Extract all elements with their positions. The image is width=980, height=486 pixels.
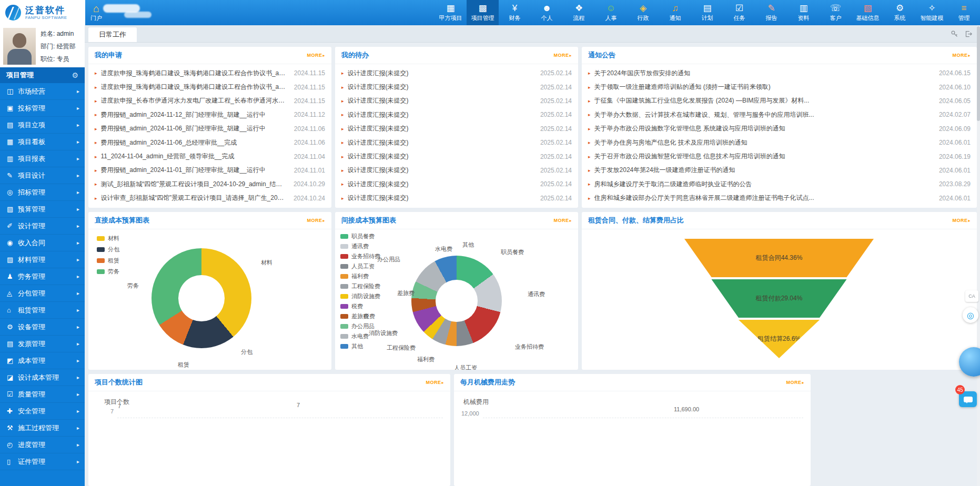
customer-service-chat-button[interactable]: 45 [959, 391, 977, 407]
scrollbar-thumb[interactable] [977, 26, 980, 121]
task-icon: ☑ [735, 3, 743, 14]
nav-item-9[interactable]: ☑任务 [723, 0, 755, 25]
y-axis-title: 机械费用 [463, 398, 489, 407]
nav-item-3[interactable]: ☻个人 [531, 0, 563, 25]
more-link[interactable]: MORE▸ [307, 218, 325, 223]
nav-item-6[interactable]: ◈行政 [627, 0, 659, 25]
list-item[interactable]: ▸设计进度汇报(未提交)2025.02.14 [341, 80, 572, 94]
sidebar-item-15[interactable]: ▤发票管理▸ [0, 336, 85, 352]
sidebar-item-9[interactable]: ◉收入合同▸ [0, 235, 85, 251]
sidebar-item-14[interactable]: ⚙设备管理▸ [0, 319, 85, 336]
sidebar-item-7[interactable]: ▧预算管理▸ [0, 201, 85, 218]
list-item[interactable]: ▸房和城乡建设厅关于取消二级建造师临时执业证书的公告2023.08.29 [588, 177, 971, 191]
list-item[interactable]: ▸进度款申报_珠海鹤港口建设_珠海鹤港口建设工程合作协议书_admin_...2… [95, 66, 325, 80]
more-link[interactable]: MORE▸ [786, 380, 804, 385]
sidebar-item-1[interactable]: ▣投标管理▸ [0, 100, 85, 117]
ca-widget[interactable]: CA [965, 290, 978, 302]
sidebar-item-12[interactable]: ◬分包管理▸ [0, 285, 85, 302]
nav-item-8[interactable]: ▤计划 [691, 0, 723, 25]
sidebar-item-2[interactable]: ▤项目立项▸ [0, 117, 85, 134]
sidebar-item-16[interactable]: ◩成本管理▸ [0, 352, 85, 369]
sidebar-item-21[interactable]: ◴进度管理▸ [0, 437, 85, 453]
list-item[interactable]: ▸设计进度汇报(未提交)2025.02.14 [341, 122, 572, 136]
list-item[interactable]: ▸关于发放2024年第24批一级建造师注册证书的通知2024.06.01 [588, 164, 971, 177]
list-item[interactable]: ▸费用报销_admin_2024-11-12_部门经理审批_胡建__运行中202… [95, 108, 325, 122]
more-link[interactable]: MORE▸ [553, 218, 572, 223]
list-my-todos: ▸设计进度汇报(未提交)2025.02.14▸设计进度汇报(未提交)2025.0… [335, 64, 578, 208]
list-item[interactable]: ▸进度款申报_珠海鹤港口建设_珠海鹤港口建设工程合作协议书_admin_...2… [95, 80, 325, 94]
sidebar-item-5[interactable]: ✎项目设计▸ [0, 167, 85, 184]
key-icon[interactable] [951, 30, 958, 38]
sidebar-item-label: 设计管理 [18, 221, 45, 231]
list-item[interactable]: ▸进度款申报_长春市伊通河水力发电厂改建工程_长春市伊通河水力发电...2024… [95, 94, 325, 108]
nav-item-2[interactable]: ¥财务 [499, 0, 531, 25]
list-item-date: 2023.08.29 [939, 180, 971, 188]
nav-item-12[interactable]: ☏客户 [820, 0, 852, 25]
list-item[interactable]: ▸设计进度汇报(未提交)2025.02.14 [341, 191, 572, 205]
nav-item-14[interactable]: ⚙系统 [884, 0, 916, 25]
scrollbar[interactable] [977, 25, 980, 486]
sidebar-item-4[interactable]: ▥项目报表▸ [0, 150, 85, 167]
user-card: 姓名: admin 部门: 经营部 职位: 专员 [0, 25, 85, 67]
online-service-widget[interactable]: ◎ [963, 307, 978, 323]
list-item[interactable]: ▸11_2024-11-04_admin_经营部_领导审批__完成2024.11… [95, 149, 325, 163]
sidebar-item-20[interactable]: ⚒施工过程管理▸ [0, 420, 85, 437]
more-link[interactable]: MORE▸ [426, 380, 444, 385]
list-item[interactable]: ▸关于2024年国庆节放假安排的通知2024.06.15 [588, 66, 971, 80]
nav-item-1[interactable]: ▩项目管理 [467, 0, 499, 25]
more-link[interactable]: MORE▸ [307, 53, 325, 58]
list-item-text: 设计进度汇报(未提交) [348, 180, 534, 189]
legend-item: 福利费 [340, 272, 380, 280]
nav-item-13[interactable]: ▧基础信息 [852, 0, 884, 25]
list-item[interactable]: ▸设计审查_彭祖新城“四馆”景观工程设计项目_请选择_胡广生_2024-10-2… [95, 191, 325, 205]
list-item[interactable]: ▸设计进度汇报(未提交)2025.02.14 [341, 149, 572, 163]
nav-item-15[interactable]: ✧智能建模 [916, 0, 948, 25]
list-item[interactable]: ▸费用报销_admin_2024-11-06_总经理审批__完成2024.11.… [95, 136, 325, 149]
list-item[interactable]: ▸关于召开市政公用设施智慧化管理信息 信息技术与应用培训班的通知2024.06.… [588, 149, 971, 163]
sidebar-item-22[interactable]: ▯证件管理▸ [0, 453, 85, 470]
legend-label: 消防设施费 [351, 292, 380, 300]
list-item[interactable]: ▸设计进度汇报(未提交)2025.02.14 [341, 164, 572, 177]
nav-item-7[interactable]: ♫通知 [659, 0, 691, 25]
list-item[interactable]: ▸住房和城乡建设部办公厅关于同意吉林省开展二级建造师注册证书电子化试点...20… [588, 191, 971, 205]
legend-label: 租赁 [108, 257, 119, 265]
more-link[interactable]: MORE▸ [553, 53, 572, 58]
sidebar-item-10[interactable]: ▨材料管理▸ [0, 251, 85, 268]
list-item[interactable]: ▸设计进度汇报(未提交)2025.02.14 [341, 108, 572, 122]
sidebar-item-6[interactable]: ◎招标管理▸ [0, 184, 85, 201]
nav-item-11[interactable]: ▥资料 [787, 0, 820, 25]
list-item[interactable]: ▸于征集《中国建筑施工行业信息化发展报告 (2024) —BIM应用与发展》材料… [588, 94, 971, 108]
list-item[interactable]: ▸关于领取一级注册建造师培训贴的通知 (须持一建证书前来领取)2024.06.1… [588, 80, 971, 94]
gear-icon[interactable]: ⚙ [72, 71, 78, 79]
sidebar-item-18[interactable]: ☑质量管理▸ [0, 386, 85, 403]
sidebar-item-17[interactable]: ◪设计成本管理▸ [0, 369, 85, 386]
more-link[interactable]: MORE▸ [952, 53, 971, 58]
nav-item-4[interactable]: ❖流程 [563, 0, 595, 25]
sidebar-item-3[interactable]: ▦项目看板▸ [0, 134, 85, 150]
nav-item-label: 行政 [638, 14, 649, 22]
nav-item-16[interactable]: ≡管理 [948, 0, 980, 25]
list-item[interactable]: ▸关于举办大数据、云计算技术在城市建设、规划、管理与服务中的应用培训班...20… [588, 108, 971, 122]
list-item-text: 于征集《中国建筑施工行业信息化发展报告 (2024) —BIM应用与发展》材料.… [594, 96, 933, 105]
list-item[interactable]: ▸关于举办市政公用设施数字化管理信息 系统建设与应用培训班的通知2024.06.… [588, 122, 971, 136]
more-link[interactable]: MORE▸ [952, 218, 971, 223]
list-item[interactable]: ▸设计进度汇报(未提交)2025.02.14 [341, 136, 572, 149]
nav-item-0[interactable]: ▦甲方项目 [435, 0, 467, 25]
list-item[interactable]: ▸费用报销_admin_2024-11-01_部门经理审批_胡建__运行中202… [95, 164, 325, 177]
sidebar-item-11[interactable]: ♟劳务管理▸ [0, 268, 85, 285]
exit-fullscreen-icon[interactable] [965, 30, 973, 38]
sidebar-item-19[interactable]: ✚安全管理▸ [0, 403, 85, 420]
list-item[interactable]: ▸设计进度汇报(未提交)2025.02.14 [341, 94, 572, 108]
nav-item-portal[interactable]: ⌂ 门户 [85, 0, 107, 25]
nav-item-5[interactable]: ☺人事 [595, 0, 627, 25]
nav-item-10[interactable]: ✎报告 [755, 0, 787, 25]
sidebar-item-8[interactable]: ✐设计管理▸ [0, 218, 85, 235]
list-item[interactable]: ▸设计进度汇报(未提交)2025.02.14 [341, 66, 572, 80]
list-item[interactable]: ▸关于举办住房与房地产信息化 技术及应用培训班的通知2024.06.01 [588, 136, 971, 149]
tab-daily-work[interactable]: 日常工作 [88, 27, 137, 42]
list-item[interactable]: ▸设计进度汇报(未提交)2025.02.14 [341, 177, 572, 191]
sidebar-item-0[interactable]: ◫市场经营▸ [0, 83, 85, 100]
list-item[interactable]: ▸测试_彭祖新城“四馆”景观工程设计项目_2024-10-29_admin_结束… [95, 177, 325, 191]
sidebar-item-13[interactable]: ⌂租赁管理▸ [0, 302, 85, 319]
list-item[interactable]: ▸费用报销_admin_2024-11-06_部门经理审批_胡建__运行中202… [95, 122, 325, 136]
